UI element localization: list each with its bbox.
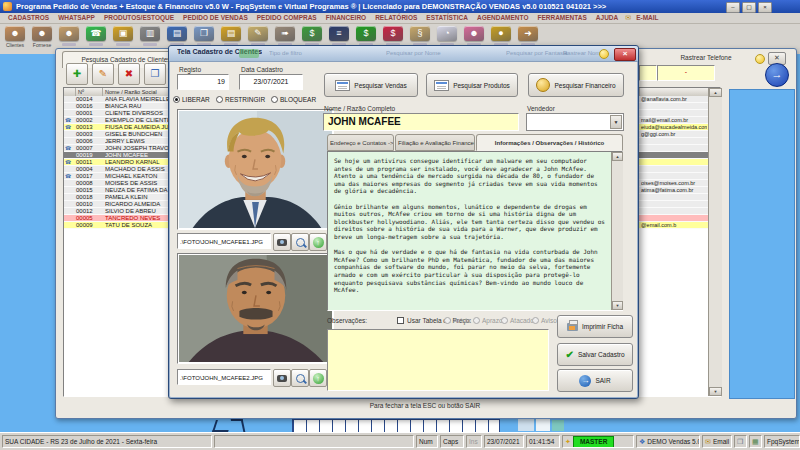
price-option-label: Atacado (510, 317, 534, 324)
bio-scrollbar[interactable]: ▲ ▼ (611, 152, 623, 310)
scroll-down-icon[interactable]: ▼ (709, 387, 722, 396)
tab-informa-es-observa-es-hist-rico[interactable]: Informações / Observações / Histórico (476, 134, 623, 151)
status-text: Num (419, 436, 433, 448)
button-imprimir-ficha[interactable]: Imprimir Ficha (557, 315, 633, 338)
ghost-label-tipo-de-filtro: Tipo de filtro (269, 50, 302, 56)
check-icon: ✔ (566, 350, 574, 360)
pagar-icon: $ (383, 26, 403, 41)
status-text: Email (713, 436, 729, 448)
photo1-webcam-button[interactable] (273, 233, 291, 251)
menu-e-mail[interactable]: E-MAIL (632, 13, 662, 23)
export-records-button[interactable]: ❐ (144, 63, 166, 85)
menu-relat-rios[interactable]: RELATÓRIOS (371, 13, 421, 23)
scroll-down-icon[interactable]: ▼ (612, 301, 623, 310)
radio-dot-icon (271, 96, 278, 103)
green-orb-icon: ↑ (313, 237, 324, 248)
edit-record-button[interactable]: ✎ (92, 63, 114, 85)
radio-restringir[interactable]: RESTRINGIR (216, 96, 265, 103)
menu-ajuda[interactable]: AJUDA (592, 13, 622, 23)
button-pesquisar-vendas[interactable]: Pesquisar Vendas (324, 73, 418, 97)
radio-liberar[interactable]: LIBERAR (173, 96, 210, 103)
price-option-atacado[interactable]: Atacado (501, 317, 534, 324)
menu-pedido-de-vendas[interactable]: PEDIDO DE VENDAS (179, 13, 252, 23)
photo2-search-button[interactable] (291, 369, 309, 387)
button-salvar-cadastro[interactable]: ✔Salvar Cadastro (557, 343, 633, 366)
status-ins: Ins (466, 435, 482, 448)
scroll-up-icon[interactable]: ▲ (709, 88, 722, 97)
camera-icon (277, 239, 287, 246)
maximize-button[interactable]: ▢ (742, 2, 756, 13)
menu-whatsapp[interactable]: WHATSAPP (54, 13, 99, 23)
menu-pedido-compras[interactable]: PEDIDO COMPRAS (253, 13, 321, 23)
photo2-load-button[interactable]: ↑ (309, 369, 327, 387)
data-cadastro-field[interactable]: 23/07/2021 (239, 74, 303, 90)
status-text: Caps (443, 436, 458, 448)
observacoes-textarea[interactable] (327, 329, 549, 391)
menu-estat-stica[interactable]: ESTATÍSTICA (422, 13, 472, 23)
customer-number: 00018 (76, 194, 102, 201)
customer-number: 00004 (76, 166, 102, 173)
envelope-icon: ✉ (705, 437, 711, 447)
nome-field[interactable]: JOHN MCAFEE (323, 113, 519, 131)
button-pesquisar-financeiro[interactable]: Pesquisar Financeiro (528, 73, 624, 97)
customer-email: mail@email.com.br (641, 117, 707, 124)
dialog-help-bulb-icon[interactable] (599, 49, 609, 59)
button-pesquisar-produtos[interactable]: Pesquisar Produtos (426, 73, 518, 97)
wallpaper-sketch (212, 420, 232, 432)
agendamento-relogio-icon: ◔ (437, 26, 457, 41)
rastrear-field-1[interactable] (639, 65, 657, 81)
close-button[interactable]: × (758, 2, 772, 13)
clientes-toolbar-button[interactable]: ☻Clientes (4, 26, 26, 54)
status-version: ❖DEMO Vendas 5.0 (636, 435, 700, 448)
grid-header-num[interactable]: Nº (76, 88, 103, 96)
button-sair[interactable]: →SAIR (557, 369, 633, 392)
rastrear-field-2[interactable]: - (657, 65, 715, 81)
customer-email: @anaflavia.com.br (641, 96, 707, 103)
menu-produtos-estoque[interactable]: PRODUTOS/ESTOQUE (100, 13, 178, 23)
photo2-path-field[interactable]: .\FOTO\JOHN_MCAFEE2.JPG (177, 369, 271, 385)
toolbar-caption-blur (89, 43, 103, 46)
toolbar-caption-blur (143, 43, 157, 46)
new-record-button[interactable]: ✚ (66, 63, 88, 85)
price-option-aviso[interactable]: Aviso (532, 317, 557, 324)
tab-endere-o-e-contatos[interactable]: Endereço e Contatos -> (327, 134, 394, 151)
menu-cadastros[interactable]: CADASTROS (4, 13, 53, 23)
bio-paragraph: Se hoje um antivírus consegue identifica… (334, 157, 606, 195)
toolbar-caption-blur (116, 43, 130, 46)
photo1-search-button[interactable] (291, 233, 309, 251)
receber-icon: $ (356, 26, 376, 41)
grid-scrollbar[interactable]: ▲ ▼ (708, 88, 722, 396)
dialog-close-button[interactable]: × (614, 48, 636, 61)
registro-field[interactable]: 19 (177, 74, 229, 90)
menu-financeiro[interactable]: FINANCEIRO (322, 13, 370, 23)
minimize-button[interactable]: – (726, 2, 740, 13)
radio-bloquear[interactable]: BLOQUEAR (271, 96, 316, 103)
window-title: Programa Pedido de Vendas + Estoque & Fi… (16, 0, 716, 13)
printer-icon: ❐ (737, 437, 743, 447)
observacoes-label: Observações: (327, 317, 367, 324)
button-label: Imprimir Ficha (582, 323, 623, 330)
photo1-path-field[interactable]: .\FOTO\JOHN_MCAFEE1.JPG (177, 233, 271, 249)
whatsapp-icon: ☎ (86, 26, 106, 41)
dialog-titlebar: Tela Cadastro de Clientes Tipo de filtro… (169, 46, 638, 62)
photo1-load-button[interactable]: ↑ (309, 233, 327, 251)
price-option-label: Avista (453, 317, 471, 324)
fornecedores-toolbar-button[interactable]: ☻Fornese (31, 26, 53, 54)
usar-tabela-checkbox[interactable] (397, 317, 404, 324)
tab-filia-o-e-avalia-o-financeira[interactable]: Filiação e Avaliação Financeira -> (395, 134, 475, 151)
price-option-aprazo[interactable]: Aprazo (473, 317, 503, 324)
menu-agendamento[interactable]: AGENDAMENTO (473, 13, 533, 23)
radio-dot-icon (216, 96, 223, 103)
delete-record-button[interactable]: ✖ (118, 63, 140, 85)
produtos-icon: ▣ (113, 26, 133, 41)
photo2-webcam-button[interactable] (273, 369, 291, 387)
customer-number: 00013 (76, 124, 102, 131)
vendedor-combo[interactable] (526, 113, 624, 131)
scroll-up-icon[interactable]: ▲ (612, 152, 623, 161)
button-label: Pesquisar Produtos (453, 82, 510, 89)
titlebar: Programa Pedido de Vendas + Estoque & Fi… (0, 0, 800, 13)
historico-textarea[interactable]: Se hoje um antivírus consegue identifica… (327, 151, 623, 311)
rastrear-go-button[interactable]: → (765, 63, 789, 87)
menu-ferramentas[interactable]: FERRAMENTAS (533, 13, 590, 23)
price-option-avista[interactable]: Avista (444, 317, 471, 324)
